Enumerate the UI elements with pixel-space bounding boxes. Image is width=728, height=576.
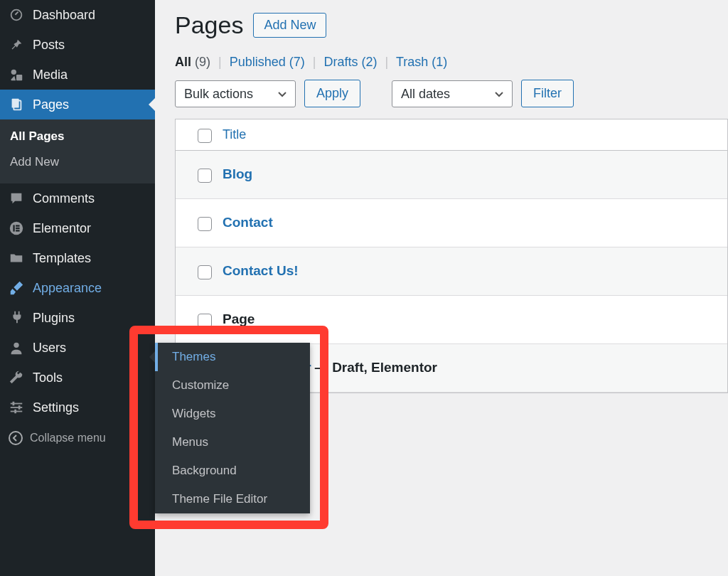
sidebar-item-label: Pages bbox=[33, 97, 69, 112]
filter-trash[interactable]: Trash (1) bbox=[396, 55, 447, 69]
sidebar-item-label: Media bbox=[33, 68, 68, 82]
dates-select-wrap: All dates bbox=[392, 80, 513, 107]
pages-icon bbox=[9, 97, 24, 112]
sidebar-item-posts[interactable]: Posts bbox=[0, 30, 155, 60]
sidebar-item-label: Elementor bbox=[33, 221, 91, 236]
select-all-checkbox[interactable] bbox=[198, 129, 212, 143]
appearance-subitem-theme-file-editor[interactable]: Theme File Editor bbox=[155, 485, 310, 513]
row-checkbox[interactable] bbox=[198, 265, 212, 279]
sidebar-item-label: Plugins bbox=[33, 311, 75, 326]
title-cell: Blog bbox=[223, 166, 252, 183]
collapse-label: Collapse menu bbox=[30, 432, 106, 444]
filter-published[interactable]: Published (7) bbox=[230, 55, 305, 69]
svg-rect-5 bbox=[13, 225, 14, 231]
title-cell: Contact bbox=[223, 215, 273, 231]
page-title: Pages bbox=[175, 11, 243, 39]
table-header-row: Title bbox=[176, 119, 727, 151]
sidebar-item-templates[interactable]: Templates bbox=[0, 243, 155, 273]
comment-icon bbox=[9, 191, 24, 206]
title-column-header[interactable]: Title bbox=[223, 127, 246, 142]
row-checkbox[interactable] bbox=[198, 169, 212, 183]
svg-point-0 bbox=[11, 70, 16, 75]
status-filter-links: All (9) | Published (7) | Drafts (2) | T… bbox=[175, 55, 728, 70]
table-row: Contact bbox=[176, 199, 727, 247]
row-checkbox[interactable] bbox=[198, 217, 212, 231]
sidebar-item-label: Settings bbox=[33, 400, 79, 415]
bulk-actions-select-wrap: Bulk actions bbox=[175, 80, 296, 107]
dates-select[interactable]: All dates bbox=[392, 80, 513, 107]
page-header: Pages Add New bbox=[175, 11, 728, 39]
page-state: Page bbox=[223, 311, 255, 326]
filter-drafts[interactable]: Drafts (2) bbox=[324, 55, 378, 69]
media-icon bbox=[9, 67, 24, 82]
table-row: Blog bbox=[176, 151, 727, 199]
title-cell: Page bbox=[223, 311, 255, 328]
table-actions-row: Bulk actions Apply All dates Filter bbox=[175, 80, 728, 107]
pin-icon bbox=[9, 37, 24, 53]
sidebar-item-users[interactable]: Users bbox=[0, 333, 155, 363]
user-icon bbox=[9, 340, 24, 356]
appearance-subitem-customize[interactable]: Customize bbox=[155, 371, 310, 400]
svg-rect-15 bbox=[14, 410, 16, 414]
sidebar-item-label: Users bbox=[33, 341, 66, 356]
row-checkbox[interactable] bbox=[198, 314, 212, 328]
apply-button[interactable]: Apply bbox=[304, 80, 360, 107]
folder-icon bbox=[9, 250, 24, 266]
svg-rect-13 bbox=[13, 402, 15, 406]
sidebar-item-label: Appearance bbox=[33, 281, 102, 296]
svg-rect-11 bbox=[11, 407, 23, 408]
appearance-submenu-flyout: ThemesCustomizeWidgetsMenusBackgroundThe… bbox=[155, 343, 310, 513]
svg-rect-6 bbox=[16, 225, 20, 226]
svg-rect-14 bbox=[18, 405, 21, 410]
sidebar-item-label: Posts bbox=[33, 38, 65, 53]
page-title-link[interactable]: Contact bbox=[223, 215, 273, 230]
table-row: Page bbox=[176, 296, 727, 344]
bulk-actions-select[interactable]: Bulk actions bbox=[175, 80, 296, 107]
sidebar-item-elementor[interactable]: Elementor bbox=[0, 213, 155, 243]
filter-all-count: (9) bbox=[195, 55, 210, 69]
svg-rect-8 bbox=[16, 230, 20, 231]
sidebar-item-media[interactable]: Media bbox=[0, 60, 155, 90]
page-title-link[interactable]: Contact Us! bbox=[223, 263, 299, 278]
sidebar-subitem-all-pages[interactable]: All Pages bbox=[0, 124, 155, 149]
sidebar-item-comments[interactable]: Comments bbox=[0, 183, 155, 213]
plug-icon bbox=[9, 310, 24, 326]
filter-all[interactable]: All bbox=[175, 55, 191, 69]
collapse-icon bbox=[9, 431, 23, 445]
add-new-button[interactable]: Add New bbox=[253, 13, 326, 38]
elementor-icon bbox=[9, 220, 24, 236]
wrench-icon bbox=[9, 370, 24, 385]
gauge-icon bbox=[9, 7, 24, 23]
svg-rect-7 bbox=[16, 228, 20, 229]
appearance-subitem-menus[interactable]: Menus bbox=[155, 428, 310, 457]
sidebar-item-settings[interactable]: Settings bbox=[0, 393, 155, 422]
sidebar-item-appearance[interactable]: Appearance bbox=[0, 273, 155, 303]
pages-submenu: All PagesAdd New bbox=[0, 119, 155, 183]
sidebar-item-pages[interactable]: Pages bbox=[0, 90, 155, 119]
sidebar-item-tools[interactable]: Tools bbox=[0, 363, 155, 393]
appearance-subitem-background[interactable]: Background bbox=[155, 457, 310, 485]
sidebar-item-label: Tools bbox=[33, 370, 63, 385]
filter-button[interactable]: Filter bbox=[521, 80, 574, 107]
sidebar-item-dashboard[interactable]: Dashboard bbox=[0, 0, 155, 30]
page-title-link[interactable]: Blog bbox=[223, 166, 252, 181]
sliders-icon bbox=[9, 400, 24, 415]
sidebar-item-label: Comments bbox=[33, 191, 95, 206]
svg-rect-10 bbox=[11, 403, 23, 405]
admin-sidebar: DashboardPostsMediaPagesAll PagesAdd New… bbox=[0, 0, 155, 576]
title-cell: Contact Us! bbox=[223, 263, 299, 279]
brush-icon bbox=[9, 280, 24, 296]
svg-rect-1 bbox=[16, 75, 22, 80]
svg-point-9 bbox=[14, 343, 18, 348]
appearance-subitem-widgets[interactable]: Widgets bbox=[155, 400, 310, 428]
sidebar-subitem-add-new[interactable]: Add New bbox=[0, 149, 155, 175]
svg-point-16 bbox=[9, 432, 22, 444]
table-row: Contact Us! bbox=[176, 247, 727, 296]
sidebar-item-label: Dashboard bbox=[33, 8, 95, 23]
collapse-menu[interactable]: Collapse menu bbox=[0, 422, 155, 454]
page-state: — Draft, Elementor bbox=[311, 360, 437, 375]
sidebar-item-label: Templates bbox=[33, 251, 91, 266]
appearance-subitem-themes[interactable]: Themes bbox=[155, 343, 310, 371]
sidebar-item-plugins[interactable]: Plugins bbox=[0, 303, 155, 333]
